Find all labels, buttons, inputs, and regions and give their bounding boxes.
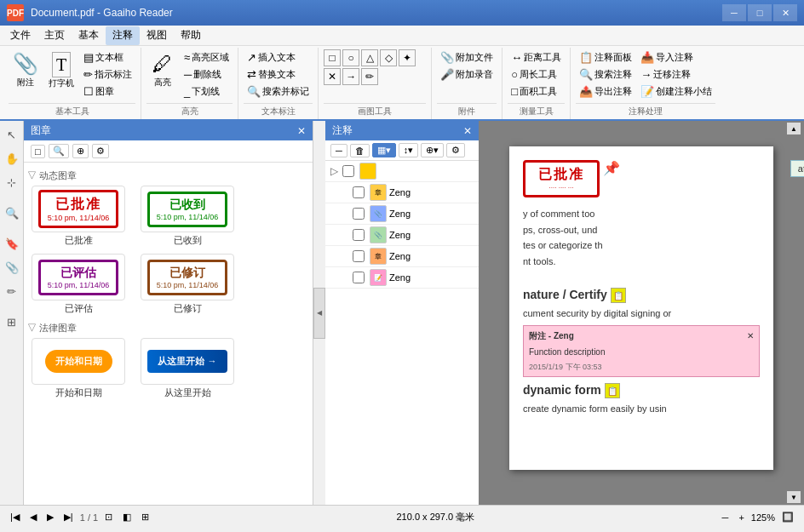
- tool-pages[interactable]: ⊞: [2, 312, 22, 332]
- menu-help[interactable]: 帮助: [174, 26, 208, 45]
- ribbon-btn-stamp[interactable]: ☐图章: [80, 83, 135, 100]
- menu-annotation[interactable]: 注释: [106, 26, 140, 45]
- ann-tool-minimize[interactable]: ─: [330, 144, 347, 157]
- ann-check-2[interactable]: [353, 208, 365, 220]
- status-btn-actual-size[interactable]: ⊞: [138, 510, 152, 524]
- stamp-item-date[interactable]: 开始和日期 开始和日期: [27, 338, 129, 399]
- ann-tool-settings[interactable]: ⚙: [446, 143, 465, 157]
- ribbon-btn-attach-file[interactable]: 📎附加文件: [437, 49, 497, 66]
- ribbon-group-annprocess-content: 📋注释面板 🔍搜索注释 📤导出注释 📥导入注释 →迁移注释 📝创建注释小结: [576, 49, 715, 101]
- draw-circle[interactable]: ○: [342, 49, 359, 66]
- status-btn-zoom-out[interactable]: ─: [719, 511, 732, 524]
- ribbon-btn-insert-text[interactable]: ↗插入文本: [244, 49, 313, 66]
- draw-star[interactable]: ✦: [399, 49, 416, 66]
- draw-rect[interactable]: □: [324, 49, 341, 66]
- ribbon-btn-strikeout[interactable]: ─删除线: [181, 66, 233, 83]
- stamp-item-approved[interactable]: 已批准 5:10 pm, 11/14/06 已批准: [27, 186, 129, 247]
- ann-check-4[interactable]: [353, 250, 365, 262]
- stamp-item-start[interactable]: 从这里开始 → 从这里开始: [136, 338, 238, 399]
- ann-check-5[interactable]: [353, 272, 365, 283]
- tool-cursor[interactable]: ↖: [2, 124, 22, 145]
- stamp-tool-settings[interactable]: ⚙: [92, 144, 109, 158]
- create-summary-label: 创建注释小结: [656, 85, 712, 98]
- ribbon-btn-replace-text[interactable]: ⇄替换文本: [244, 66, 313, 83]
- tool-bookmark[interactable]: 🔖: [2, 233, 22, 254]
- status-btn-nav-prev[interactable]: ◀: [26, 510, 40, 524]
- stamp-tool-search[interactable]: 🔍: [49, 144, 69, 158]
- ribbon-btn-search-ann[interactable]: 🔍搜索注释: [576, 66, 635, 83]
- draw-triangle[interactable]: △: [361, 49, 378, 66]
- stamp-item-received[interactable]: 已收到 5:10 pm, 11/14/06 已收到: [136, 186, 238, 247]
- ann-tool-sort[interactable]: ↕▾: [399, 143, 419, 157]
- maximize-button[interactable]: □: [748, 4, 772, 21]
- status-btn-zoom-in[interactable]: +: [735, 511, 747, 524]
- menu-file[interactable]: 文件: [3, 26, 37, 45]
- tool-zoom[interactable]: 🔍: [2, 203, 22, 223]
- annotation-panel-close[interactable]: ✕: [463, 125, 472, 137]
- draw-cross[interactable]: ✕: [324, 68, 341, 85]
- ann-check-1[interactable]: [353, 186, 365, 198]
- ribbon-btn-import-ann[interactable]: 📥导入注释: [637, 49, 715, 66]
- stamp-item-evaluated[interactable]: 已评估 5:10 pm, 11/14/06 已评估: [27, 254, 129, 315]
- annotation-row-1[interactable]: ▷ 章 Zeng: [325, 182, 479, 203]
- ribbon-btn-export-ann[interactable]: 📤导出注释: [576, 83, 635, 100]
- annotation-row-2[interactable]: ▷ 📎 Zeng: [325, 203, 479, 225]
- ribbon-btn-search-mark[interactable]: 🔍搜索并标记: [244, 83, 313, 100]
- stamp-tool-rect[interactable]: □: [31, 145, 45, 158]
- minimize-button[interactable]: ─: [722, 4, 746, 21]
- status-btn-fit-page[interactable]: ⊡: [101, 510, 116, 524]
- tool-attachment[interactable]: 📎: [2, 257, 22, 277]
- menu-view[interactable]: 视图: [140, 26, 174, 45]
- status-btn-nav-first[interactable]: |◀: [7, 510, 23, 524]
- status-btn-fullscreen[interactable]: 🔲: [778, 510, 797, 524]
- ribbon-btn-distance[interactable]: ↔距离工具: [508, 49, 565, 66]
- stamp-category-dynamic[interactable]: ▽ 动态图章: [27, 169, 309, 182]
- annotation-row-3[interactable]: ▷ 📎 Zeng: [325, 225, 479, 246]
- annotation-row-4[interactable]: ▷ 章 Zeng: [325, 246, 479, 267]
- ribbon-btn-perimeter[interactable]: ○周长工具: [508, 66, 565, 83]
- ribbon-btn-highlight[interactable]: 🖊 高亮: [146, 49, 179, 91]
- ribbon-btn-highlight-area[interactable]: ≈高亮区域: [181, 49, 233, 66]
- ribbon-btn-attach-note[interactable]: 📎 附注: [9, 49, 43, 91]
- close-button[interactable]: ✕: [773, 4, 797, 21]
- draw-arrow[interactable]: →: [342, 68, 359, 85]
- ribbon-btn-create-summary[interactable]: 📝创建注释小结: [637, 83, 715, 100]
- draw-pen[interactable]: ✏: [361, 68, 378, 85]
- note-popup-close[interactable]: ✕: [747, 329, 754, 343]
- stamp-category-legal[interactable]: ▽ 法律图章: [27, 322, 309, 335]
- ribbon-btn-textbox[interactable]: ▤文本框: [80, 49, 135, 66]
- stamp-item-revised[interactable]: 已修订 5:10 pm, 11/14/06 已修订: [136, 254, 238, 315]
- ribbon-btn-typewriter[interactable]: T 打字机: [44, 49, 78, 92]
- ribbon-btn-underline[interactable]: _下划线: [181, 83, 233, 100]
- pdf-section-form: dynamic form 📋: [523, 380, 760, 401]
- scroll-down-btn[interactable]: ▼: [787, 491, 801, 503]
- tool-select[interactable]: ⊹: [2, 172, 22, 192]
- scroll-up-btn[interactable]: ▲: [787, 123, 801, 134]
- draw-diamond[interactable]: ◇: [380, 49, 397, 66]
- status-btn-fit-width[interactable]: ◧: [119, 510, 135, 524]
- ribbon-btn-area[interactable]: □面积工具: [508, 83, 565, 100]
- menu-home[interactable]: 主页: [37, 26, 72, 45]
- ann-expand-0[interactable]: ▷: [330, 165, 338, 177]
- annotation-row-5[interactable]: ▷ 📝 Zeng: [325, 267, 479, 289]
- ribbon-btn-attach-audio[interactable]: 🎤附加录音: [437, 66, 497, 83]
- pushpin-icon[interactable]: 📌: [603, 160, 620, 176]
- ribbon-btn-ann-panel[interactable]: 📋注释面板: [576, 49, 635, 66]
- stamp-tool-add[interactable]: ⊕: [72, 144, 89, 158]
- stamp-panel-close[interactable]: ✕: [297, 125, 306, 137]
- status-btn-nav-last[interactable]: ▶|: [60, 510, 77, 524]
- ann-tool-add[interactable]: ⊕▾: [421, 143, 444, 157]
- annotation-row-0[interactable]: ▷: [325, 161, 479, 182]
- tool-sign[interactable]: ✏: [2, 281, 22, 301]
- ribbon-btn-callout[interactable]: ✏指示标注: [80, 66, 135, 83]
- ann-tool-delete[interactable]: 🗑: [350, 144, 370, 157]
- tool-hand[interactable]: ✋: [2, 148, 22, 169]
- ribbon-btn-migrate-ann[interactable]: →迁移注释: [637, 66, 715, 83]
- menu-basic[interactable]: 基本: [72, 26, 106, 45]
- ann-tool-filter[interactable]: ▦▾: [372, 143, 396, 157]
- ann-check-0[interactable]: [342, 165, 354, 177]
- ann-check-3[interactable]: [353, 229, 365, 241]
- panel-collapse-btn[interactable]: ◀: [313, 288, 325, 339]
- ribbon-group-measure-content: ↔距离工具 ○周长工具 □面积工具: [508, 49, 565, 101]
- status-btn-nav-next[interactable]: ▶: [43, 510, 57, 524]
